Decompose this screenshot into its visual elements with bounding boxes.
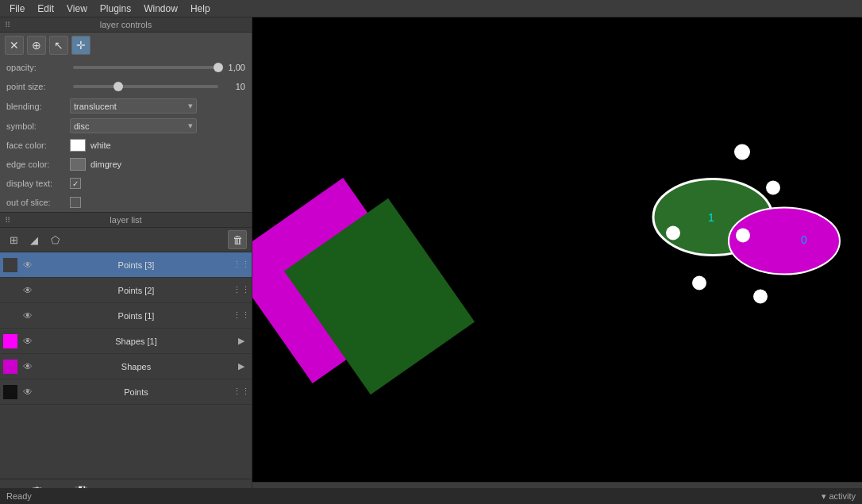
opacity-label: opacity:	[6, 63, 70, 72]
svg-text:0: 0	[801, 233, 807, 246]
canvas-area[interactable]: 1 0	[252, 17, 862, 504]
layer-name-shapes: Shapes	[38, 362, 234, 371]
layer-color-points1	[3, 309, 17, 323]
layer-menu-points[interactable]: ⋮⋮	[234, 385, 248, 399]
layer-item-points1[interactable]: 👁 Points [1] ⋮⋮	[0, 303, 252, 329]
svg-text:1: 1	[708, 211, 714, 224]
point-size-row: point size: 10	[0, 77, 252, 96]
face-color-control: white	[70, 139, 245, 152]
menu-file[interactable]: File	[3, 2, 31, 16]
edge-color-label: edge color:	[6, 160, 70, 169]
layer-name-points: Points	[38, 387, 234, 397]
layer-list-title: layer list	[110, 215, 141, 225]
blending-label: blending:	[6, 102, 70, 111]
out-of-slice-checkbox[interactable]	[70, 197, 81, 208]
layer-menu-points1[interactable]: ⋮⋮	[234, 309, 248, 323]
face-color-value: white	[90, 140, 111, 150]
left-panel: ⠿ layer controls ✕ ⊕ ↖ ✛ opacity: 1,00	[0, 17, 252, 504]
svg-point-10	[692, 276, 706, 290]
blending-row: blending: translucent ▾	[0, 96, 252, 116]
layer-item-shapes1[interactable]: 👁 Shapes [1] ▶	[0, 329, 252, 354]
symbol-arrow: ▾	[188, 121, 193, 131]
shape-layer-tool[interactable]: ⬠	[46, 231, 63, 248]
opacity-row: opacity: 1,00	[0, 58, 252, 77]
layer-color-points	[3, 385, 17, 399]
menu-bar: File Edit View Plugins Window Help	[0, 0, 862, 17]
opacity-value: 1,00	[221, 63, 245, 72]
menu-window[interactable]: Window	[137, 2, 184, 16]
menu-plugins[interactable]: Plugins	[94, 2, 137, 16]
layer-list-header: ⠿ layer list	[0, 213, 252, 228]
layer-eye-points1[interactable]: 👁	[21, 309, 35, 323]
point-size-slider-thumb[interactable]	[114, 82, 123, 91]
edge-color-value: dimgrey	[90, 160, 121, 169]
layer-controls-panel: ⠿ layer controls ✕ ⊕ ↖ ✛ opacity: 1,00	[0, 17, 252, 213]
layer-name-points2: Points [2]	[38, 286, 234, 295]
point-size-value: 10	[221, 82, 245, 91]
select-layer-tool[interactable]: ◢	[25, 231, 43, 248]
layer-color-shapes1	[3, 334, 17, 348]
face-color-label: face color:	[6, 140, 70, 150]
layer-eye-points3[interactable]: 👁	[21, 258, 35, 272]
layer-controls-header: ⠿ layer controls	[0, 17, 252, 33]
main-layout: ⠿ layer controls ✕ ⊕ ↖ ✛ opacity: 1,00	[0, 17, 862, 504]
layer-menu-shapes1[interactable]: ▶	[234, 334, 248, 348]
edge-color-swatch[interactable]	[70, 158, 86, 171]
svg-point-6	[734, 144, 750, 160]
opacity-slider-track[interactable]	[73, 66, 218, 69]
opacity-control: 1,00	[70, 63, 245, 72]
symbol-select[interactable]: disc ▾	[70, 118, 197, 133]
layer-eye-shapes[interactable]: 👁	[21, 360, 35, 374]
layer-menu-points2[interactable]: ⋮⋮	[234, 283, 248, 298]
out-of-slice-row: out of slice:	[0, 193, 252, 212]
point-size-label: point size:	[6, 82, 70, 91]
menu-edit[interactable]: Edit	[31, 2, 60, 16]
move-tool-button[interactable]: ✛	[71, 36, 90, 55]
select-tool-button[interactable]: ↖	[49, 36, 68, 55]
layer-color-shapes	[3, 360, 17, 374]
layer-item-shapes[interactable]: 👁 Shapes ▶	[0, 354, 252, 379]
symbol-row: symbol: disc ▾	[0, 116, 252, 136]
display-text-row: display text:	[0, 174, 252, 193]
menu-view[interactable]: View	[60, 2, 94, 16]
layer-color-points2	[3, 283, 17, 298]
blending-select[interactable]: translucent ▾	[70, 98, 197, 113]
layer-menu-shapes[interactable]: ▶	[234, 360, 248, 374]
layer-name-points3: Points [3]	[38, 260, 234, 270]
opacity-slider-thumb[interactable]	[214, 63, 223, 72]
svg-point-8	[736, 229, 750, 243]
layer-controls-toolbar: ✕ ⊕ ↖ ✛	[0, 33, 252, 58]
layer-list-drag-handle: ⠿	[5, 216, 10, 225]
layer-list-toolbar: ⊞ ◢ ⬠ 🗑	[0, 228, 252, 252]
point-size-control: 10	[70, 82, 245, 91]
layer-item-points[interactable]: 👁 Points ⋮⋮	[0, 379, 252, 405]
layer-list-panel: ⠿ layer list ⊞ ◢ ⬠ 🗑 👁 Points [3] ⋮⋮ 👁 P…	[0, 213, 252, 479]
grid-tool-button[interactable]: ⊞	[5, 231, 22, 248]
point-size-slider-track[interactable]	[73, 85, 218, 88]
blending-value: translucent	[74, 102, 117, 111]
drag-handle: ⠿	[5, 21, 10, 29]
menu-help[interactable]: Help	[184, 2, 217, 16]
svg-point-9	[766, 181, 780, 195]
layer-menu-points3[interactable]: ⋮⋮	[234, 258, 248, 272]
blending-arrow: ▾	[188, 101, 193, 111]
layer-item-points3[interactable]: 👁 Points [3] ⋮⋮	[0, 252, 252, 278]
layer-eye-points2[interactable]: 👁	[21, 283, 35, 298]
layer-item-points2[interactable]: 👁 Points [2] ⋮⋮	[0, 278, 252, 303]
layer-color-points3	[3, 258, 17, 272]
layer-eye-shapes1[interactable]: 👁	[21, 334, 35, 348]
out-of-slice-label: out of slice:	[6, 198, 70, 207]
delete-layer-button[interactable]: 🗑	[228, 230, 247, 249]
svg-point-11	[753, 290, 768, 304]
display-text-checkbox[interactable]	[70, 178, 81, 189]
activity-button[interactable]: ▾ activity	[822, 491, 856, 502]
status-bar: Ready ▾ activity	[0, 488, 862, 504]
layer-eye-points[interactable]: 👁	[21, 385, 35, 399]
layer-name-shapes1: Shapes [1]	[38, 337, 234, 346]
display-text-label: display text:	[6, 179, 70, 188]
layer-controls-title: layer controls	[100, 20, 152, 29]
face-color-row: face color: white	[0, 136, 252, 155]
close-button[interactable]: ✕	[5, 36, 24, 55]
add-layer-button[interactable]: ⊕	[27, 36, 46, 55]
face-color-swatch[interactable]	[70, 139, 86, 152]
